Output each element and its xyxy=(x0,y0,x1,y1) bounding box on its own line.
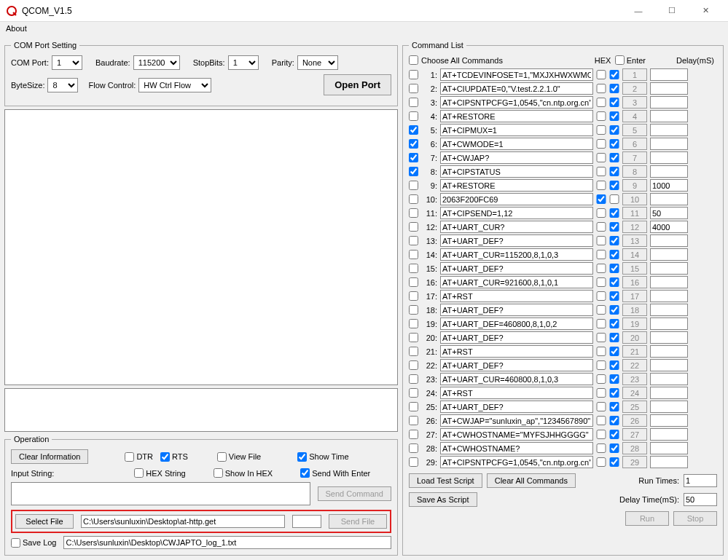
cmd-hex-checkbox[interactable] xyxy=(596,181,606,190)
cmd-hex-checkbox[interactable] xyxy=(596,84,606,93)
cmd-enter-checkbox[interactable] xyxy=(609,98,619,107)
cmd-enter-checkbox[interactable] xyxy=(609,347,619,356)
cmd-enter-checkbox[interactable] xyxy=(609,208,619,218)
cmd-delay-input[interactable] xyxy=(650,151,688,164)
cmd-text-input[interactable] xyxy=(440,179,593,192)
enter-all-checkbox[interactable] xyxy=(615,55,625,65)
cmd-hex-checkbox[interactable] xyxy=(596,388,606,398)
cmd-hex-checkbox[interactable] xyxy=(596,70,606,79)
cmd-delay-input[interactable] xyxy=(650,414,688,427)
cmd-enter-checkbox[interactable] xyxy=(609,222,619,232)
cmd-select-checkbox[interactable] xyxy=(409,319,418,328)
cmd-delay-input[interactable] xyxy=(650,110,688,122)
cmd-text-input[interactable] xyxy=(440,82,593,95)
cmd-enter-checkbox[interactable] xyxy=(609,139,619,149)
cmd-select-checkbox[interactable] xyxy=(409,250,418,259)
cmd-hex-checkbox[interactable] xyxy=(596,443,606,453)
cmd-select-checkbox[interactable] xyxy=(409,277,418,287)
cmd-hex-checkbox[interactable] xyxy=(596,139,606,149)
cmd-send-button[interactable]: 18 xyxy=(622,304,647,316)
cmd-send-button[interactable]: 14 xyxy=(622,248,647,261)
cmd-text-input[interactable] xyxy=(440,359,593,371)
clear-information-button[interactable]: Clear Information xyxy=(11,449,88,464)
com-port-select[interactable]: 1 xyxy=(52,55,82,70)
cmd-enter-checkbox[interactable] xyxy=(609,416,619,425)
cmd-select-checkbox[interactable] xyxy=(409,139,418,149)
cmd-delay-input[interactable] xyxy=(650,318,688,330)
cmd-hex-checkbox[interactable] xyxy=(596,167,606,176)
cmd-delay-input[interactable] xyxy=(650,165,688,178)
cmd-delay-input[interactable] xyxy=(650,345,688,358)
stopbits-select[interactable]: 1 xyxy=(228,55,259,70)
sendwithenter-checkbox[interactable] xyxy=(300,468,310,478)
cmd-text-input[interactable] xyxy=(440,428,593,441)
cmd-enter-checkbox[interactable] xyxy=(609,319,619,328)
flowcontrol-select[interactable]: HW Ctrl Flow xyxy=(138,78,211,92)
cmd-delay-input[interactable] xyxy=(650,207,688,219)
cmd-hex-checkbox[interactable] xyxy=(596,236,606,245)
cmd-enter-checkbox[interactable] xyxy=(609,360,619,370)
viewfile-checkbox[interactable] xyxy=(217,452,227,462)
cmd-send-button[interactable]: 4 xyxy=(622,110,647,122)
menu-about[interactable]: About xyxy=(6,24,27,33)
minimize-button[interactable]: — xyxy=(622,0,655,22)
cmd-hex-checkbox[interactable] xyxy=(596,333,606,342)
cmd-text-input[interactable] xyxy=(440,68,593,81)
dtr-checkbox[interactable] xyxy=(125,452,134,462)
maximize-button[interactable]: ☐ xyxy=(655,0,689,22)
cmd-select-checkbox[interactable] xyxy=(409,305,418,315)
cmd-text-input[interactable] xyxy=(440,276,593,288)
cmd-text-input[interactable] xyxy=(440,207,593,219)
cmd-text-input[interactable] xyxy=(440,318,593,330)
cmd-send-button[interactable]: 24 xyxy=(622,387,647,399)
cmd-enter-checkbox[interactable] xyxy=(609,70,619,79)
cmd-delay-input[interactable] xyxy=(650,124,688,136)
cmd-send-button[interactable]: 11 xyxy=(622,207,647,219)
cmd-text-input[interactable] xyxy=(440,124,593,136)
cmd-send-button[interactable]: 9 xyxy=(622,179,647,192)
cmd-text-input[interactable] xyxy=(440,345,593,358)
cmd-enter-checkbox[interactable] xyxy=(609,125,619,135)
cmd-send-button[interactable]: 20 xyxy=(622,331,647,344)
cmd-hex-checkbox[interactable] xyxy=(596,153,606,162)
cmd-hex-checkbox[interactable] xyxy=(596,402,606,411)
hexstring-checkbox[interactable] xyxy=(134,468,144,478)
cmd-send-button[interactable]: 13 xyxy=(622,234,647,247)
cmd-enter-checkbox[interactable] xyxy=(609,402,619,411)
cmd-select-checkbox[interactable] xyxy=(409,291,418,301)
cmd-delay-input[interactable] xyxy=(650,331,688,344)
cmd-hex-checkbox[interactable] xyxy=(596,125,606,135)
cmd-hex-checkbox[interactable] xyxy=(596,374,606,384)
showtime-checkbox[interactable] xyxy=(297,452,307,462)
cmd-text-input[interactable] xyxy=(440,331,593,344)
cmd-delay-input[interactable] xyxy=(650,304,688,316)
cmd-select-checkbox[interactable] xyxy=(409,153,418,162)
cmd-hex-checkbox[interactable] xyxy=(596,457,606,467)
cmd-delay-input[interactable] xyxy=(650,359,688,371)
cmd-select-checkbox[interactable] xyxy=(409,125,418,135)
select-file-path[interactable] xyxy=(81,515,285,528)
cmd-text-input[interactable] xyxy=(440,262,593,275)
cmd-enter-checkbox[interactable] xyxy=(609,153,619,162)
cmd-text-input[interactable] xyxy=(440,290,593,302)
open-port-button[interactable]: Open Port xyxy=(324,74,391,95)
cmd-delay-input[interactable] xyxy=(650,82,688,95)
cmd-enter-checkbox[interactable] xyxy=(609,194,619,204)
cmd-hex-checkbox[interactable] xyxy=(596,277,606,287)
cmd-hex-checkbox[interactable] xyxy=(596,208,606,218)
showinhex-checkbox[interactable] xyxy=(214,468,223,478)
cmd-select-checkbox[interactable] xyxy=(409,236,418,245)
cmd-delay-input[interactable] xyxy=(650,68,688,81)
cmd-hex-checkbox[interactable] xyxy=(596,111,606,121)
cmd-send-button[interactable]: 28 xyxy=(622,442,647,454)
send-file-button[interactable]: Send File xyxy=(329,514,387,529)
cmd-text-input[interactable] xyxy=(440,221,593,233)
choose-all-checkbox[interactable] xyxy=(409,55,418,65)
baudrate-select[interactable]: 115200 xyxy=(133,55,180,70)
cmd-select-checkbox[interactable] xyxy=(409,222,418,232)
cmd-send-button[interactable]: 12 xyxy=(622,221,647,233)
cmd-text-input[interactable] xyxy=(440,151,593,164)
cmd-delay-input[interactable] xyxy=(650,221,688,233)
cmd-select-checkbox[interactable] xyxy=(409,333,418,342)
cmd-select-checkbox[interactable] xyxy=(409,374,418,384)
